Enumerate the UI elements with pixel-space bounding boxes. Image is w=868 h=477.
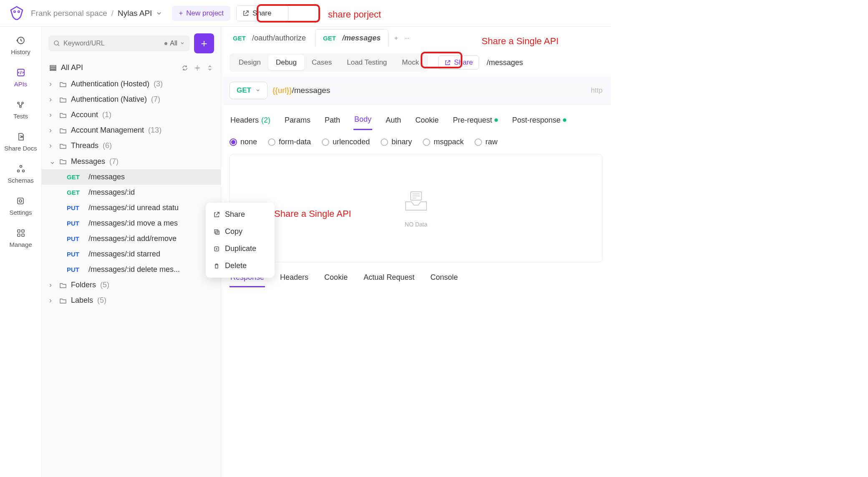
- refresh-icon[interactable]: [182, 65, 188, 71]
- app-logo: [8, 5, 25, 22]
- svg-point-6: [18, 102, 19, 104]
- request-tab-params[interactable]: Params: [284, 112, 311, 130]
- method-badge: PUT: [67, 235, 83, 242]
- breadcrumb-project[interactable]: Nylas API: [118, 9, 152, 18]
- body-type-form-data[interactable]: form-data: [268, 138, 311, 146]
- item-path: /messages: [88, 173, 125, 181]
- request-tab-post-response[interactable]: Post-response: [511, 112, 567, 130]
- tree-folder[interactable]: › Authentication (Hosted) (3): [42, 76, 221, 92]
- tree-folder[interactable]: › Labels (5): [42, 293, 221, 308]
- search-input[interactable]: [63, 40, 161, 47]
- tree-folder[interactable]: ⌄ Messages (7): [42, 153, 221, 169]
- ctx-label: Duplicate: [225, 244, 256, 253]
- body-type-msgpack[interactable]: msgpack: [423, 138, 464, 146]
- response-tab-console[interactable]: Console: [429, 270, 459, 287]
- request-tab-auth[interactable]: Auth: [385, 112, 402, 130]
- folder-count: (3): [154, 80, 163, 88]
- rail-settings[interactable]: Settings: [9, 196, 32, 216]
- tree-item[interactable]: PUT/messages/:id unread statu: [42, 200, 221, 216]
- method-badge: PUT: [67, 204, 83, 211]
- folder-count: (1): [102, 110, 111, 119]
- radio-icon: [381, 138, 388, 146]
- rail-schemas[interactable]: Schemas: [8, 163, 34, 184]
- folder-name: Authentication (Hosted): [71, 80, 149, 88]
- svg-rect-15: [22, 230, 24, 232]
- search-box[interactable]: All: [48, 35, 190, 51]
- subnav-group: DesignDebugCasesLoad TestingMock: [230, 53, 428, 72]
- tree-item[interactable]: GET/messages: [42, 169, 221, 185]
- svg-rect-19: [50, 65, 56, 67]
- tree-item[interactable]: GET/messages/:id: [42, 185, 221, 200]
- subnav-item-mock[interactable]: Mock: [394, 55, 426, 70]
- svg-rect-20: [50, 68, 56, 69]
- ctx-share[interactable]: Share: [206, 206, 275, 223]
- rail-tests[interactable]: Tests: [13, 99, 28, 120]
- tree-item[interactable]: PUT/messages/:id starred: [42, 246, 221, 262]
- list-icon: [49, 64, 57, 72]
- tree-folder[interactable]: › Authentication (Native) (7): [42, 92, 221, 107]
- ctx-copy[interactable]: Copy: [206, 223, 275, 240]
- request-tab-body[interactable]: Body: [353, 112, 372, 130]
- body-type-urlencoded[interactable]: urlencoded: [322, 138, 370, 146]
- chevron-right-icon: ›: [49, 296, 55, 305]
- subnav-item-debug[interactable]: Debug: [268, 55, 304, 70]
- add-button[interactable]: +: [194, 33, 214, 53]
- filter-label: All: [170, 40, 177, 47]
- delete-icon: [213, 263, 220, 269]
- tree-folder[interactable]: › Account (1): [42, 107, 221, 123]
- subnav-item-cases[interactable]: Cases: [304, 55, 339, 70]
- rail-apis[interactable]: APIs: [14, 67, 28, 88]
- request-tab-cookie[interactable]: Cookie: [414, 112, 439, 130]
- svg-point-3: [18, 11, 19, 12]
- svg-point-10: [17, 170, 19, 172]
- response-tab-actual-request[interactable]: Actual Request: [363, 270, 415, 287]
- tab-path: /oauth/authorize: [252, 34, 306, 43]
- body-type-binary[interactable]: binary: [381, 138, 412, 146]
- response-tab-cookie[interactable]: Cookie: [323, 270, 348, 287]
- sort-icon[interactable]: [207, 65, 213, 71]
- svg-rect-17: [22, 234, 24, 236]
- radio-label: none: [240, 138, 257, 146]
- folder-icon: [59, 127, 67, 134]
- share-api-button[interactable]: Share: [438, 55, 479, 70]
- inbox-icon: [401, 188, 431, 213]
- body-type-raw[interactable]: raw: [474, 138, 497, 146]
- method-badge: PUT: [67, 251, 83, 258]
- top-bar: Frank personal space / Nylas API + New p…: [0, 0, 611, 27]
- ctx-delete[interactable]: Delete: [206, 257, 275, 274]
- request-tab-headers[interactable]: Headers (2): [230, 112, 271, 130]
- all-api-header[interactable]: All API: [42, 59, 221, 76]
- locate-icon[interactable]: [194, 65, 201, 71]
- request-tab-path[interactable]: Path: [324, 112, 341, 130]
- rail-sharedocs[interactable]: Share Docs: [4, 131, 37, 152]
- tree-folder[interactable]: › Threads (6): [42, 138, 221, 153]
- rail-history[interactable]: History: [11, 35, 30, 55]
- radio-label: urlencoded: [333, 138, 370, 146]
- request-tab-pre-request[interactable]: Pre-request: [452, 112, 499, 130]
- response-tab-headers[interactable]: Headers: [279, 270, 309, 287]
- breadcrumb-space[interactable]: Frank personal space: [31, 9, 107, 18]
- share-icon: [242, 10, 249, 17]
- subnav-item-design[interactable]: Design: [231, 55, 268, 70]
- request-path: /messages: [487, 58, 523, 67]
- subnav-item-load-testing[interactable]: Load Testing: [339, 55, 394, 70]
- share-project-button[interactable]: Share: [236, 5, 288, 21]
- add-tab-icon[interactable]: +: [394, 35, 398, 41]
- editor-tab[interactable]: GET/oauth/authorize: [225, 30, 313, 47]
- filter-dropdown[interactable]: All: [164, 40, 185, 47]
- url-text[interactable]: {{url}}/messages: [273, 86, 330, 95]
- method-dropdown[interactable]: GET: [230, 82, 267, 99]
- tree-item[interactable]: PUT/messages/:id move a mes: [42, 216, 221, 231]
- ctx-duplicate[interactable]: Duplicate: [206, 240, 275, 257]
- tree-item[interactable]: PUT/messages/:id add/remove: [42, 231, 221, 246]
- more-icon[interactable]: ···: [404, 35, 409, 41]
- body-type-none[interactable]: none: [230, 138, 257, 146]
- tree-folder[interactable]: › Folders (5): [42, 277, 221, 293]
- new-project-button[interactable]: + New project: [172, 6, 230, 21]
- tree-folder[interactable]: › Account Management (13): [42, 123, 221, 138]
- chevron-down-icon[interactable]: [156, 10, 162, 16]
- item-path: /messages/:id move a mes: [88, 219, 178, 228]
- rail-manage[interactable]: Manage: [9, 228, 32, 248]
- tree-item[interactable]: PUT/messages/:id delete mes...: [42, 262, 221, 277]
- editor-tab[interactable]: GET/messages: [315, 29, 389, 47]
